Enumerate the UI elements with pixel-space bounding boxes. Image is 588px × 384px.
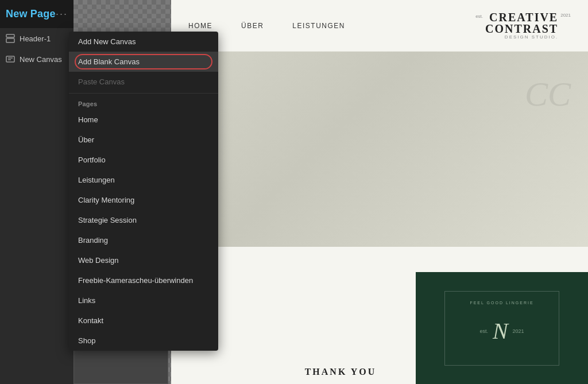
page-title: New Page — [6, 8, 56, 20]
sidebar-options-button[interactable]: ··· — [56, 8, 68, 20]
dark-card: FEEL GOOD LINGERIE est. N 2021 — [416, 272, 588, 384]
paste-canvas-item[interactable]: Paste Canvas — [69, 72, 218, 92]
sidebar-item-header1[interactable]: Header-1 — [0, 28, 74, 49]
page-clarity-mentoring[interactable]: Clarity Mentoring — [69, 190, 218, 210]
page-portfolio[interactable]: Portfolio — [69, 150, 218, 170]
sidebar: New Page ··· Header-1 New Canvas — [0, 0, 74, 384]
layout-icon — [6, 34, 15, 43]
website-logo: est. CREATIVE CONTRAST DESIGN STUDIO. 20… — [475, 11, 571, 40]
svg-rect-1 — [6, 38, 14, 42]
website-nav: HOME ÜBER LEISTUNGEN — [188, 22, 345, 30]
page-strategie-session[interactable]: Strategie Session — [69, 210, 218, 230]
pages-section-label: Pages — [69, 95, 218, 110]
dark-card-inner: FEEL GOOD LINGERIE est. N 2021 — [444, 291, 559, 366]
page-home[interactable]: Home — [69, 110, 218, 130]
logo-studio: DESIGN STUDIO. — [485, 34, 558, 40]
logo-watermark: CC — [525, 75, 571, 114]
bottom-section: FEEL GOOD LINGERIE est. N 2021 — [416, 272, 588, 384]
svg-rect-0 — [6, 34, 14, 37]
website-header: HOME ÜBER LEISTUNGEN est. CREATIVE CONTR… — [171, 0, 588, 52]
page-links[interactable]: Links — [69, 290, 218, 311]
page-kontakt[interactable]: Kontakt — [69, 311, 218, 331]
thank-you-section: THANK YOU — [269, 360, 412, 384]
header1-label: Header-1 — [20, 34, 51, 43]
page-branding[interactable]: Branding — [69, 230, 218, 250]
page-leistungen[interactable]: Leistungen — [69, 170, 218, 190]
svg-rect-2 — [6, 56, 14, 62]
website-body: CC — [171, 52, 588, 247]
logo-est: est. — [475, 14, 483, 19]
add-new-canvas-item[interactable]: Add New Canvas — [69, 32, 218, 52]
card-year: 2021 — [513, 328, 524, 334]
canvas-icon — [6, 55, 15, 64]
sidebar-item-new-canvas[interactable]: New Canvas — [0, 49, 74, 69]
sidebar-header: New Page ··· — [0, 0, 74, 28]
logo-line2: CONTRAST — [485, 23, 558, 34]
nav-uber: ÜBER — [241, 22, 264, 30]
page-uber[interactable]: Über — [69, 130, 218, 150]
page-freebie[interactable]: Freebie-Kamerascheu-überwinden — [69, 270, 218, 290]
logo-line1: CREATIVE — [485, 11, 558, 23]
website-preview: HOME ÜBER LEISTUNGEN est. CREATIVE CONTR… — [171, 0, 588, 384]
thank-you-label: THANK YOU — [305, 367, 377, 377]
page-web-design[interactable]: Web Design — [69, 250, 218, 270]
card-circle-text: FEEL GOOD LINGERIE — [470, 301, 533, 305]
logo-year: 2021 — [560, 13, 571, 18]
new-canvas-label: New Canvas — [20, 55, 62, 64]
card-est: est. — [479, 328, 488, 334]
dropdown-divider — [69, 93, 218, 94]
add-blank-canvas-item[interactable]: Add Blank Canvas — [69, 52, 218, 72]
dropdown-menu: Add New Canvas Add Blank Canvas Paste Ca… — [69, 32, 218, 351]
nav-home: HOME — [188, 22, 212, 30]
nav-leistungen: LEISTUNGEN — [292, 22, 345, 30]
card-letter: N — [493, 320, 508, 343]
page-shop[interactable]: Shop — [69, 331, 218, 351]
